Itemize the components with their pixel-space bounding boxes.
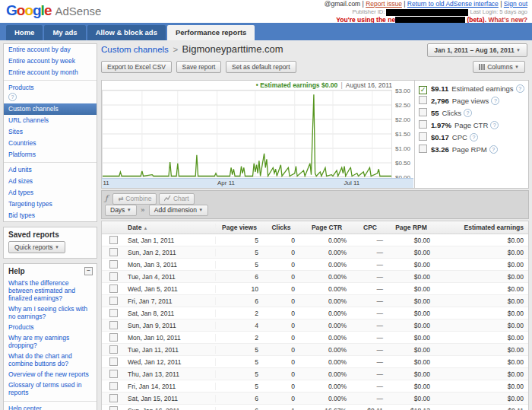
breadcrumb-parent-link[interactable]: Custom channels: [101, 45, 169, 54]
help-icon[interactable]: ?: [470, 133, 478, 141]
sidebar-item-sites[interactable]: Sites: [4, 126, 97, 138]
column-header-clicks[interactable]: Clicks: [263, 224, 299, 231]
column-header-page-rpm[interactable]: Page RPM: [386, 224, 436, 231]
column-header-estimated-earnings[interactable]: Estimated earnings: [436, 224, 528, 231]
sidebar-item-url-channels[interactable]: URL channels: [4, 115, 97, 126]
row-checkbox[interactable]: [109, 394, 118, 402]
help-icon[interactable]: ?: [8, 93, 17, 101]
row-checkbox[interactable]: [109, 406, 118, 410]
combine-button[interactable]: ⇄Combine: [112, 193, 157, 205]
help-center-link[interactable]: Help center: [8, 405, 92, 410]
help-link[interactable]: Glossary of terms used in reports: [4, 380, 97, 398]
row-checkbox[interactable]: [109, 260, 118, 269]
help-icon[interactable]: ?: [516, 84, 524, 93]
sidebar-item-targeting-types[interactable]: Targeting types: [4, 199, 97, 210]
help-icon[interactable]: ?: [464, 109, 472, 117]
quick-reports-button[interactable]: Quick reports ▼: [8, 241, 65, 253]
save-report-button[interactable]: Save report: [176, 61, 222, 73]
sidebar-item-ad-sizes[interactable]: Ad sizes: [4, 176, 97, 187]
sidebar-item-entire-account-by-month[interactable]: Entire account by month: [4, 67, 97, 78]
row-checkbox[interactable]: [109, 297, 118, 305]
row-checkbox[interactable]: [109, 284, 118, 293]
set-default-report-button[interactable]: Set as default report: [226, 61, 296, 73]
help-icon[interactable]: ?: [491, 97, 499, 105]
row-checkbox[interactable]: [109, 345, 118, 354]
chart-button[interactable]: Chart: [159, 193, 195, 205]
sidebar-item-custom-channels[interactable]: Custom channels: [4, 103, 97, 115]
account-links-row: @gmail.com | Report issue | Return to ol…: [325, 1, 527, 8]
collapse-icon[interactable]: −: [84, 267, 93, 275]
cell-page-ctr: 0.00%: [299, 285, 354, 293]
export-csv-button[interactable]: Export to Excel CSV: [101, 61, 172, 73]
cell-page-rpm: $0.00: [386, 297, 436, 305]
sidebar-item-bid-types[interactable]: Bid types: [4, 210, 97, 221]
metric-row-page-ctr[interactable]: 1.97%Page CTR?: [419, 119, 528, 132]
row-checkbox[interactable]: [109, 370, 118, 378]
report-issue-link[interactable]: Report issue: [366, 0, 402, 8]
column-header-cpc[interactable]: CPC: [354, 224, 386, 231]
cell-clicks: 0: [263, 237, 299, 244]
column-header-date[interactable]: Date▲: [125, 224, 216, 231]
metric-checkbox[interactable]: [419, 96, 427, 104]
tab-my-ads[interactable]: My ads: [44, 25, 85, 40]
help-icon[interactable]: ?: [490, 121, 499, 129]
logo-letter: G: [6, 2, 17, 18]
filter-icon[interactable]: ƒ: [105, 194, 108, 202]
days-dropdown[interactable]: Days ▼: [105, 205, 137, 216]
column-header-page-views[interactable]: Page views: [216, 224, 263, 231]
metric-row-clicks[interactable]: 55Clicks?: [419, 107, 528, 119]
row-checkbox[interactable]: [109, 248, 118, 256]
row-checkbox[interactable]: [109, 321, 118, 329]
earnings-chart[interactable]: [102, 90, 392, 178]
cell-page-views: 6: [216, 395, 263, 402]
help-link[interactable]: Why am I seeing clicks with no earnings?: [4, 304, 97, 322]
metric-checkbox[interactable]: [419, 132, 427, 141]
row-checkbox[interactable]: [109, 333, 118, 342]
sidebar-item-platforms[interactable]: Platforms: [4, 149, 97, 161]
return-old-interface-link[interactable]: Return to old AdSense interface: [407, 0, 499, 8]
sidebar-item-countries[interactable]: Countries: [4, 138, 97, 149]
cell-page-ctr: 0.00%: [299, 322, 354, 329]
account-email: @gmail.com: [325, 0, 360, 8]
help-icon[interactable]: ?: [489, 145, 498, 154]
chevron-down-icon: ▼: [515, 65, 519, 69]
sidebar-item-entire-account-by-week[interactable]: Entire account by week: [4, 56, 97, 67]
tab-home[interactable]: Home: [6, 25, 43, 40]
tab-allow-block-ads[interactable]: Allow & block ads: [87, 25, 166, 40]
metric-checkbox[interactable]: [419, 145, 427, 153]
help-link[interactable]: Why are my earnings dropping?: [4, 332, 97, 351]
metric-checkbox[interactable]: ✓: [419, 86, 427, 94]
tab-performance-reports[interactable]: Performance reports: [167, 25, 255, 40]
help-link[interactable]: What do the chart and combine buttons do…: [4, 351, 97, 369]
row-checkbox[interactable]: [109, 382, 118, 390]
row-checkbox[interactable]: [109, 236, 118, 244]
sidebar-item-products[interactable]: Products?: [4, 82, 97, 103]
help-link[interactable]: What's the difference between estimated …: [4, 278, 97, 304]
metric-checkbox[interactable]: [419, 120, 427, 129]
sidebar-item-entire-account-by-day[interactable]: Entire account by day: [4, 44, 97, 56]
metric-row-estimated-earnings[interactable]: ✓$9.11Estimated earnings?: [419, 83, 528, 95]
metric-checkbox[interactable]: [419, 108, 427, 116]
help-center-section: Help center Go: [4, 401, 97, 410]
metric-row-page-views[interactable]: 2,796Page views?: [419, 95, 528, 107]
metric-row-cpc[interactable]: $0.17CPC?: [419, 132, 528, 144]
help-link[interactable]: Overview of the new reports: [4, 369, 97, 380]
y-tick-label: $1.50: [395, 131, 410, 138]
date-range-button[interactable]: Jan 1, 2011 – Aug 16, 2011 ▼: [427, 43, 527, 57]
sidebar-item-ad-types[interactable]: Ad types: [4, 187, 97, 199]
add-dimension-button[interactable]: Add dimension ▼: [149, 205, 209, 216]
row-checkbox[interactable]: [109, 272, 118, 281]
sign-out-link[interactable]: Sign out: [504, 0, 527, 8]
table-row: Sun, Jan 2, 2011500.00%—$0.00$0.00: [102, 246, 528, 259]
help-title: Help: [8, 267, 25, 275]
row-checkbox[interactable]: [109, 309, 118, 317]
sidebar-item-ad-units[interactable]: Ad units: [4, 164, 97, 176]
cell-clicks: 0: [263, 297, 299, 305]
row-checkbox[interactable]: [109, 358, 118, 366]
help-link[interactable]: Products: [4, 322, 97, 332]
y-tick-label: $0.50: [395, 160, 410, 167]
columns-button[interactable]: Columns ▼: [473, 61, 525, 73]
column-header-page-ctr[interactable]: Page CTR: [299, 224, 354, 231]
help-links: What's the difference between estimated …: [4, 278, 97, 398]
metric-row-page-rpm[interactable]: $3.26Page RPM?: [419, 144, 528, 156]
